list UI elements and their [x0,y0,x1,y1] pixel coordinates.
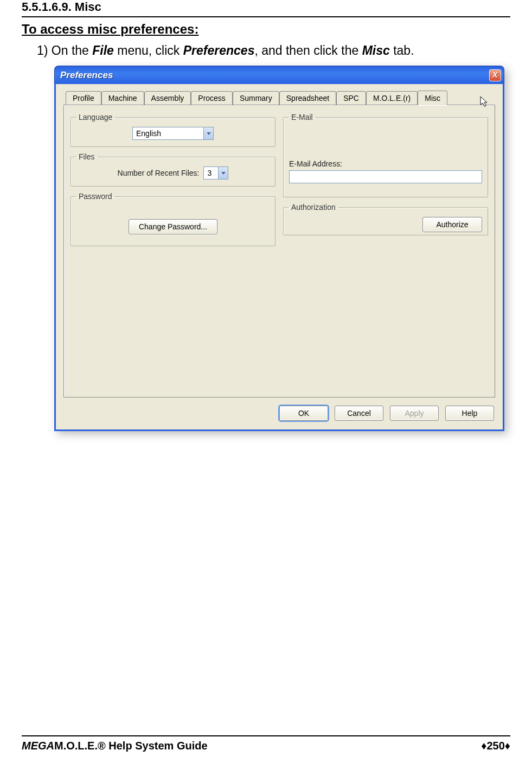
legend-authorization: Authorization [289,203,338,211]
cursor-icon [480,96,489,108]
instr-part: tab. [390,43,414,57]
recent-files-dropdown-button[interactable] [218,167,228,179]
language-dropdown[interactable]: English [132,127,214,140]
legend-language: Language [76,113,114,121]
help-button[interactable]: Help [445,406,494,421]
group-password: Password Change Password... [70,192,275,246]
recent-files-dropdown[interactable]: 3 [203,166,228,179]
tab-summary[interactable]: Summary [233,91,279,105]
right-column: E-Mail E-Mail Address: Authorization Aut… [283,113,488,252]
left-column: Language English [70,113,275,252]
recent-files-value: 3 [204,167,218,179]
cancel-button[interactable]: Cancel [335,406,383,421]
footer-guide: MEGAM.O.L.E.® Help System Guide [22,740,208,752]
language-value: English [133,127,203,139]
dialog-button-row: OK Cancel Apply Help [56,406,503,421]
email-input[interactable] [289,170,482,183]
authorize-button[interactable]: Authorize [422,217,482,232]
instr-part: menu, click [114,43,183,57]
footer-guide-rest: M.O.L.E.® Help System Guide [54,740,208,752]
email-label: E-Mail Address: [289,159,482,168]
group-files: Files Number of Recent Files: 3 [70,152,275,187]
tab-panel-misc: Language English [63,105,495,397]
titlebar[interactable]: Preferences X [54,66,504,84]
chevron-down-icon [221,172,226,175]
change-password-button[interactable]: Change Password... [129,219,217,234]
tab-assembly[interactable]: Assembly [144,91,191,105]
legend-files: Files [76,152,97,161]
instruction-text: 1) On the File menu, click Preferences, … [37,43,510,58]
legend-password: Password [76,192,114,201]
tab-profile[interactable]: Profile [66,91,101,105]
recent-files-label: Number of Recent Files: [118,169,200,177]
page-footer: MEGAM.O.L.E.® Help System Guide ♦250♦ [0,735,532,752]
tab-spc[interactable]: SPC [336,91,366,105]
svg-marker-0 [480,97,487,106]
group-language: Language English [70,113,275,147]
apply-button: Apply [390,406,439,421]
legend-email: E-Mail [289,113,315,121]
language-dropdown-button[interactable] [203,127,213,139]
tab-strip: Profile Machine Assembly Process Summary… [66,91,495,105]
close-icon: X [492,70,497,79]
instr-part: 1) On the [37,43,92,57]
dialog-body: Profile Machine Assembly Process Summary… [54,84,504,431]
footer-rule [22,735,510,736]
preferences-dialog: Preferences X Profile Machine Assembly P… [54,66,504,431]
tab-misc[interactable]: Misc [418,91,447,105]
heading-rule [22,16,510,17]
section-subheading: To access misc preferences: [22,22,510,37]
section-heading: 5.5.1.6.9. Misc [22,0,510,15]
page-number: 250 [486,740,504,752]
instr-part: , and then click the [254,43,362,57]
group-authorization: Authorization Authorize [283,203,488,235]
dialog-title: Preferences [60,70,113,81]
tab-mole[interactable]: M.O.L.E.(r) [366,91,418,105]
instr-file: File [92,43,114,57]
tab-machine[interactable]: Machine [101,91,144,105]
diamond-icon: ♦ [481,740,486,752]
tab-process[interactable]: Process [191,91,233,105]
diamond-icon: ♦ [505,740,510,752]
instr-misc: Misc [362,43,390,57]
ok-button[interactable]: OK [279,406,328,421]
chevron-down-icon [207,132,211,135]
close-button[interactable]: X [489,69,501,81]
tab-spreadsheet[interactable]: Spreadsheet [279,91,336,105]
footer-page: ♦250♦ [481,740,510,752]
instr-pref: Preferences [183,43,255,57]
group-email: E-Mail E-Mail Address: [283,113,488,197]
footer-guide-pre: MEGA [22,740,54,752]
